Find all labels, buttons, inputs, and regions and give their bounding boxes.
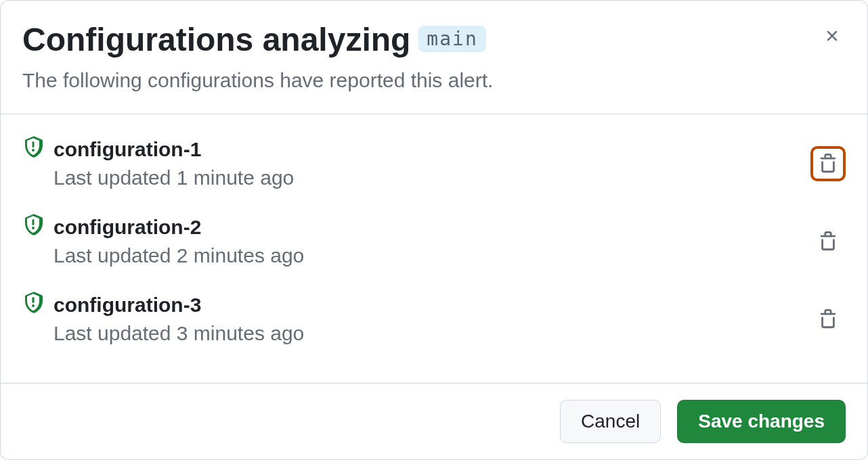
config-body: configuration-2 Last updated 2 minutes a… (53, 214, 801, 270)
config-body: configuration-1 Last updated 1 minute ag… (53, 136, 801, 192)
trash-icon (818, 154, 838, 174)
cancel-button[interactable]: Cancel (560, 400, 661, 443)
branch-badge: main (418, 26, 485, 52)
config-item: configuration-1 Last updated 1 minute ag… (22, 125, 846, 203)
config-name: configuration-1 (53, 136, 801, 162)
config-updated: Last updated 3 minutes ago (53, 319, 801, 348)
dialog-title: Configurations analyzing (22, 22, 410, 58)
save-changes-button[interactable]: Save changes (677, 400, 846, 443)
delete-config-button[interactable] (810, 224, 846, 259)
close-icon (823, 27, 841, 45)
dialog-header: Configurations analyzing main The follow… (1, 1, 867, 114)
shield-check-icon (22, 292, 44, 316)
title-row: Configurations analyzing main (22, 22, 846, 58)
config-item: configuration-2 Last updated 2 minutes a… (22, 203, 846, 281)
config-name: configuration-3 (53, 292, 801, 318)
trash-icon (818, 231, 838, 252)
shield-check-icon (22, 214, 44, 238)
trash-icon (818, 309, 838, 329)
close-button[interactable] (819, 22, 846, 49)
config-list: configuration-1 Last updated 1 minute ag… (1, 114, 867, 384)
dialog-footer: Cancel Save changes (1, 384, 867, 459)
shield-check-icon (22, 136, 44, 160)
config-updated: Last updated 1 minute ago (53, 164, 801, 192)
dialog-subtitle: The following configurations have report… (22, 66, 846, 95)
delete-config-button[interactable] (810, 302, 846, 337)
delete-config-button[interactable] (810, 146, 846, 181)
config-item: configuration-3 Last updated 3 minutes a… (22, 281, 846, 359)
config-name: configuration-2 (53, 214, 801, 240)
config-body: configuration-3 Last updated 3 minutes a… (53, 292, 801, 348)
configurations-dialog: Configurations analyzing main The follow… (0, 0, 868, 460)
config-updated: Last updated 2 minutes ago (53, 242, 801, 270)
